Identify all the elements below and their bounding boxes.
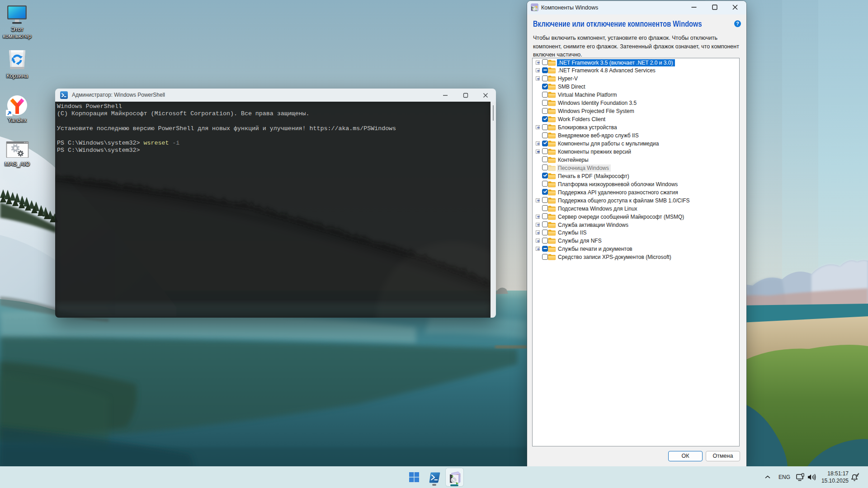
svg-text:?: ?	[736, 21, 739, 26]
